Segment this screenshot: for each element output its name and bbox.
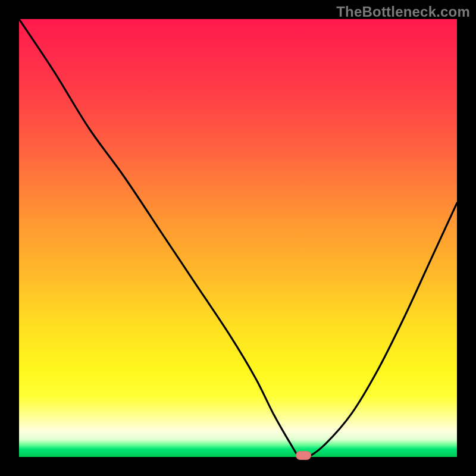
curve-path: [19, 19, 457, 457]
plot-area: [19, 19, 457, 457]
optimal-marker: [296, 451, 311, 460]
watermark-text: TheBottleneck.com: [336, 4, 470, 20]
bottleneck-curve: [19, 19, 457, 457]
chart-frame: TheBottleneck.com: [0, 0, 476, 476]
